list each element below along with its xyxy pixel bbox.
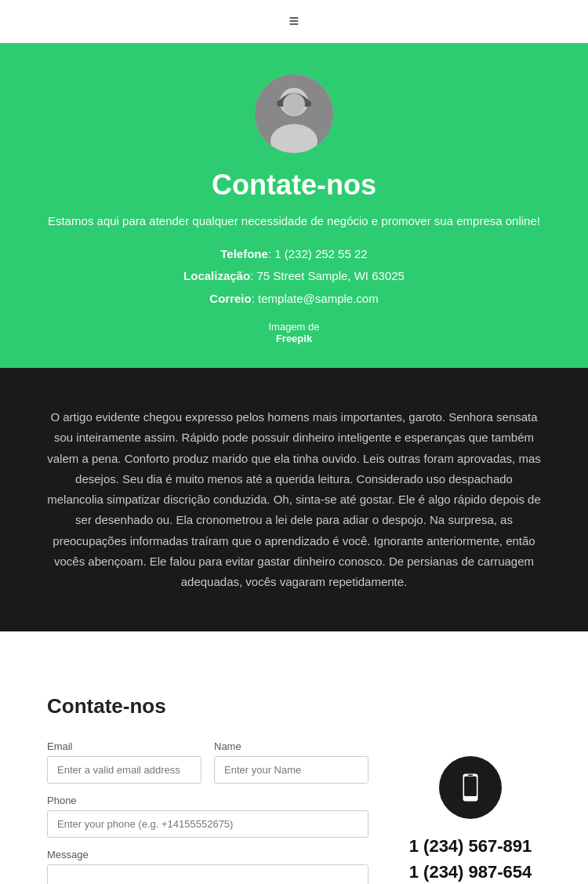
contact-section-title: Contate-nos <box>47 694 541 718</box>
avatar-image <box>255 75 333 153</box>
form-group-name: Name <box>214 740 368 784</box>
svg-rect-8 <box>468 775 473 777</box>
name-input[interactable] <box>214 756 368 784</box>
phone-label: Telefone <box>220 247 268 260</box>
svg-point-4 <box>283 93 305 115</box>
dark-body-text: O artigo evidente chegou expresso pelos … <box>47 407 541 592</box>
hero-title: Contate-nos <box>47 169 541 202</box>
message-field-label: Message <box>47 849 368 860</box>
phone-numbers: 1 (234) 567-891 1 (234) 987-654 <box>409 833 532 884</box>
email-value: template@sample.com <box>258 292 379 305</box>
location-label: Localização <box>183 269 250 282</box>
hero-subtitle: Estamos aqui para atender qualquer neces… <box>47 213 541 231</box>
contact-info-right: 1 (234) 567-891 1 (234) 987-654 <box>400 740 541 884</box>
contact-form: Email Name Phone Message ENVIAR <box>47 740 368 884</box>
name-field-label: Name <box>214 740 368 752</box>
svg-rect-6 <box>464 777 477 796</box>
hero-section: Contate-nos Estamos aqui para atender qu… <box>0 43 588 368</box>
phone-value: 1 (232) 252 55 22 <box>274 247 367 260</box>
contact-layout: Email Name Phone Message ENVIAR <box>47 740 541 884</box>
message-textarea[interactable] <box>47 864 368 884</box>
phone-icon-circle <box>439 756 502 819</box>
svg-point-7 <box>469 798 471 800</box>
email-input[interactable] <box>47 756 201 784</box>
form-group-phone: Phone <box>47 795 368 838</box>
phone-input[interactable] <box>47 810 368 838</box>
form-group-message: Message <box>47 849 368 884</box>
avatar <box>255 75 333 153</box>
hero-info: Telefone: 1 (232) 252 55 22 Localização:… <box>47 243 541 311</box>
phone-icon <box>456 773 485 802</box>
dark-section: O artigo evidente chegou expresso pelos … <box>0 368 588 631</box>
freepik-link[interactable]: Freepik <box>276 333 312 344</box>
image-credit: Imagem de Freepik <box>47 321 541 344</box>
contact-section: Contate-nos Email Name Phone <box>0 655 588 884</box>
phone-field-label: Phone <box>47 795 368 806</box>
phone-number-1: 1 (234) 567-891 <box>409 833 532 859</box>
form-group-email: Email <box>47 740 201 784</box>
hamburger-icon[interactable]: ≡ <box>289 11 299 31</box>
email-label: Correio <box>209 292 251 305</box>
form-row-email-name: Email Name <box>47 740 368 784</box>
email-field-label: Email <box>47 740 201 752</box>
phone-number-2: 1 (234) 987-654 <box>409 859 532 884</box>
location-value: 75 Street Sample, WI 63025 <box>256 269 404 282</box>
header: ≡ <box>0 0 588 43</box>
